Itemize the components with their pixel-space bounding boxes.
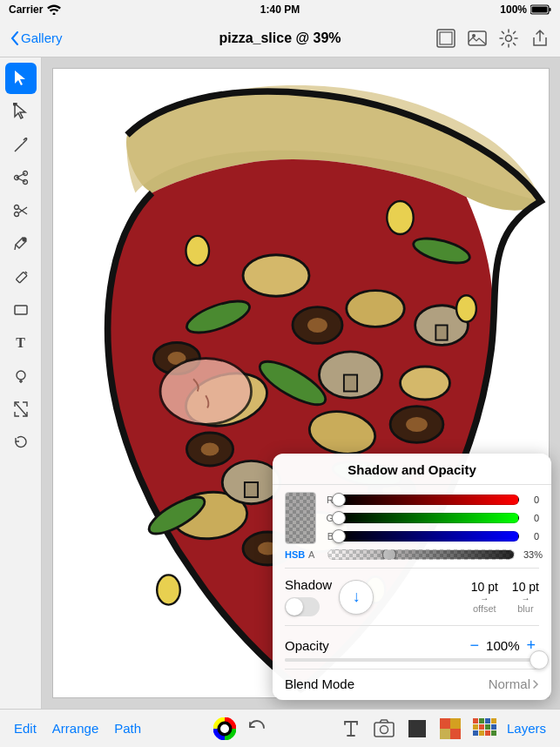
svg-rect-74 (479, 718, 484, 723)
svg-point-27 (243, 255, 309, 297)
svg-rect-76 (491, 718, 496, 723)
tool-scissors[interactable] (5, 195, 37, 226)
status-time: 1:40 PM (260, 3, 300, 16)
svg-point-28 (347, 291, 405, 327)
svg-rect-79 (485, 724, 490, 730)
undo-button[interactable] (246, 718, 267, 739)
svg-rect-22 (15, 306, 27, 314)
shadow-blur-box: 10 pt → blur (512, 580, 539, 614)
battery-label: 100% (500, 3, 527, 16)
tool-node[interactable] (5, 162, 37, 193)
mosaic-icon[interactable] (472, 717, 496, 740)
divider-1 (285, 568, 539, 569)
path-button[interactable]: Path (114, 721, 141, 736)
camera-icon[interactable] (373, 717, 395, 740)
opacity-decrease-button[interactable]: − (467, 636, 483, 655)
tool-resize[interactable] (5, 394, 37, 425)
svg-point-58 (387, 201, 413, 234)
hsb-label: HSB (285, 549, 304, 560)
svg-rect-47 (344, 375, 357, 392)
edit-button[interactable]: Edit (14, 721, 37, 736)
red-slider-thumb[interactable] (332, 493, 346, 507)
svg-rect-78 (479, 724, 484, 730)
green-slider-thumb[interactable] (332, 511, 346, 525)
status-left: Carrier (9, 3, 61, 16)
green-value: 0 (523, 513, 539, 523)
text-icon[interactable] (340, 717, 362, 740)
bottom-center-actions (213, 717, 267, 740)
status-right: 100% (500, 3, 551, 16)
green-slider-track[interactable] (338, 513, 519, 523)
svg-rect-71 (440, 729, 450, 739)
red-slider-track[interactable] (338, 495, 519, 505)
opacity-slider-track[interactable] (285, 658, 539, 662)
svg-point-10 (14, 176, 18, 180)
panel-body: R 0 G 0 (273, 485, 551, 700)
nav-back-container[interactable]: Gallery (10, 30, 63, 45)
svg-rect-65 (374, 723, 394, 737)
shadow-label: Shadow (285, 577, 332, 592)
svg-rect-5 (440, 32, 452, 44)
tool-rectangle[interactable] (5, 294, 37, 326)
shadow-opacity-panel: Shadow and Opacity R 0 (273, 454, 551, 700)
shadow-blur-label: blur (517, 603, 533, 614)
canvas-area[interactable]: Shadow and Opacity R 0 (42, 57, 560, 709)
panel-title: Shadow and Opacity (273, 454, 551, 485)
blue-slider-row: B 0 (323, 528, 539, 544)
tool-history[interactable] (5, 427, 37, 458)
blue-slider-thumb[interactable] (332, 529, 346, 543)
blend-mode-label: Blend Mode (285, 676, 354, 691)
share-icon[interactable] (530, 29, 550, 48)
svg-point-0 (53, 13, 56, 16)
color-swatch-icon[interactable] (439, 717, 462, 740)
svg-line-19 (15, 245, 16, 250)
divider-2 (285, 625, 539, 626)
tool-pen[interactable] (5, 129, 37, 160)
opacity-slider-thumb[interactable] (530, 650, 549, 670)
alpha-slider-track[interactable] (327, 549, 515, 560)
svg-rect-51 (435, 326, 447, 340)
tool-pencil[interactable] (5, 261, 37, 293)
alpha-slider-row: HSB A 33% (285, 547, 539, 562)
image-icon[interactable] (468, 29, 487, 48)
svg-rect-84 (491, 730, 496, 736)
opacity-slider-row (285, 656, 539, 669)
blue-slider-track[interactable] (338, 531, 519, 542)
color-wheel-icon[interactable] (213, 717, 236, 740)
tool-direct-select[interactable] (5, 96, 37, 127)
back-button[interactable]: Gallery (21, 30, 63, 45)
svg-point-7 (472, 34, 476, 37)
tool-text[interactable]: T (5, 327, 37, 359)
tool-eyedropper[interactable] (5, 228, 37, 259)
shadow-values: 10 pt → offset 10 pt → blur (471, 580, 539, 614)
svg-rect-70 (450, 718, 461, 729)
status-bar: Carrier 1:40 PM 100% (0, 0, 560, 19)
svg-rect-49 (245, 482, 258, 497)
svg-point-39 (201, 442, 219, 455)
tool-select[interactable] (5, 63, 37, 94)
layers-button[interactable]: Layers (507, 721, 546, 736)
shadow-toggle[interactable] (285, 597, 320, 616)
svg-point-16 (14, 212, 18, 217)
svg-point-9 (13, 103, 17, 105)
frame-icon[interactable] (436, 29, 455, 48)
svg-rect-75 (485, 718, 490, 723)
shadow-offset-label: offset (473, 603, 496, 614)
arrange-button[interactable]: Arrange (52, 721, 98, 736)
alpha-value: 33% (523, 549, 539, 560)
shadow-direction-button[interactable]: ↓ (339, 580, 374, 615)
svg-point-64 (220, 724, 229, 733)
shape-icon[interactable] (406, 717, 428, 740)
tool-color-picker[interactable] (5, 360, 37, 392)
color-sliders-row: R 0 G 0 (285, 492, 539, 544)
svg-rect-2 (550, 8, 551, 11)
blend-mode-row[interactable]: Blend Mode Normal (285, 669, 539, 695)
svg-rect-82 (479, 730, 484, 736)
svg-point-37 (406, 417, 428, 432)
shadow-section: Shadow ↓ 10 pt → offset 10 pt (285, 574, 539, 620)
alpha-slider-thumb[interactable] (382, 549, 396, 560)
color-preview (285, 492, 316, 544)
red-value: 0 (523, 495, 539, 505)
settings-icon[interactable] (499, 29, 518, 48)
red-slider-row: R 0 (323, 492, 539, 508)
